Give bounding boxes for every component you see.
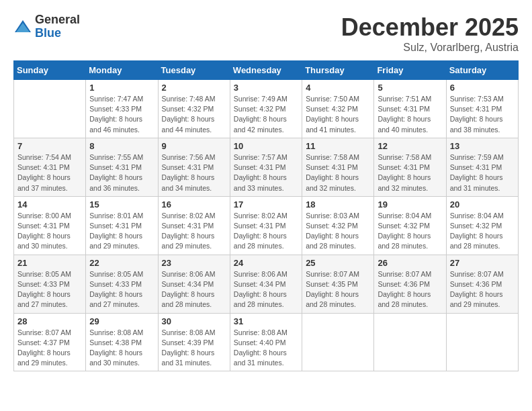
day-number: 31 bbox=[234, 316, 298, 326]
calendar-cell: 13Sunrise: 7:59 AM Sunset: 4:31 PM Dayli… bbox=[446, 138, 518, 196]
weekday-header-thursday: Thursday bbox=[302, 61, 374, 80]
day-info: Sunrise: 7:58 AM Sunset: 4:31 PM Dayligh… bbox=[306, 152, 370, 193]
day-number: 10 bbox=[234, 141, 298, 151]
day-number: 8 bbox=[89, 141, 154, 151]
day-number: 22 bbox=[89, 258, 154, 268]
calendar-week-5: 28Sunrise: 8:07 AM Sunset: 4:37 PM Dayli… bbox=[14, 313, 519, 371]
calendar-cell: 8Sunrise: 7:55 AM Sunset: 4:31 PM Daylig… bbox=[86, 138, 158, 196]
day-number: 9 bbox=[162, 141, 226, 151]
day-number: 17 bbox=[234, 199, 298, 210]
day-number: 5 bbox=[378, 83, 442, 93]
day-info: Sunrise: 8:05 AM Sunset: 4:33 PM Dayligh… bbox=[89, 269, 154, 310]
day-info: Sunrise: 8:01 AM Sunset: 4:31 PM Dayligh… bbox=[89, 211, 154, 252]
day-info: Sunrise: 8:04 AM Sunset: 4:32 PM Dayligh… bbox=[378, 211, 442, 252]
day-info: Sunrise: 7:50 AM Sunset: 4:32 PM Dayligh… bbox=[306, 94, 370, 135]
calendar-cell: 11Sunrise: 7:58 AM Sunset: 4:31 PM Dayli… bbox=[302, 138, 374, 196]
day-info: Sunrise: 7:56 AM Sunset: 4:31 PM Dayligh… bbox=[162, 152, 226, 193]
calendar-week-2: 7Sunrise: 7:54 AM Sunset: 4:31 PM Daylig… bbox=[14, 138, 519, 196]
calendar-cell: 14Sunrise: 8:00 AM Sunset: 4:31 PM Dayli… bbox=[14, 196, 86, 255]
day-number: 30 bbox=[162, 316, 226, 326]
day-info: Sunrise: 8:07 AM Sunset: 4:36 PM Dayligh… bbox=[450, 269, 515, 310]
calendar-week-1: 1Sunrise: 7:47 AM Sunset: 4:33 PM Daylig… bbox=[14, 80, 519, 138]
day-number: 14 bbox=[17, 199, 82, 210]
day-number: 11 bbox=[306, 141, 370, 151]
calendar-cell: 16Sunrise: 8:02 AM Sunset: 4:31 PM Dayli… bbox=[158, 196, 230, 255]
title-block: December 2025 Sulz, Vorarlberg, Austria bbox=[341, 13, 519, 54]
weekday-row: SundayMondayTuesdayWednesdayThursdayFrid… bbox=[14, 61, 519, 80]
day-number: 25 bbox=[306, 258, 370, 268]
day-number: 6 bbox=[450, 83, 515, 93]
calendar-week-3: 14Sunrise: 8:00 AM Sunset: 4:31 PM Dayli… bbox=[14, 196, 519, 255]
day-info: Sunrise: 7:53 AM Sunset: 4:31 PM Dayligh… bbox=[450, 94, 515, 135]
calendar-cell: 19Sunrise: 8:04 AM Sunset: 4:32 PM Dayli… bbox=[374, 196, 446, 255]
day-info: Sunrise: 7:47 AM Sunset: 4:33 PM Dayligh… bbox=[89, 94, 154, 135]
logo-icon bbox=[13, 17, 32, 36]
calendar-cell: 10Sunrise: 7:57 AM Sunset: 4:31 PM Dayli… bbox=[230, 138, 302, 196]
calendar-table: SundayMondayTuesdayWednesdayThursdayFrid… bbox=[13, 60, 519, 371]
day-number: 15 bbox=[89, 199, 154, 210]
calendar-cell bbox=[446, 313, 518, 371]
day-info: Sunrise: 8:08 AM Sunset: 4:38 PM Dayligh… bbox=[89, 328, 154, 369]
calendar-cell bbox=[374, 313, 446, 371]
logo-blue-text: Blue bbox=[35, 27, 80, 40]
calendar-cell: 7Sunrise: 7:54 AM Sunset: 4:31 PM Daylig… bbox=[14, 138, 86, 196]
calendar-cell: 28Sunrise: 8:07 AM Sunset: 4:37 PM Dayli… bbox=[14, 313, 86, 371]
day-info: Sunrise: 7:59 AM Sunset: 4:31 PM Dayligh… bbox=[450, 152, 515, 193]
day-info: Sunrise: 8:07 AM Sunset: 4:35 PM Dayligh… bbox=[306, 269, 370, 310]
calendar-cell: 25Sunrise: 8:07 AM Sunset: 4:35 PM Dayli… bbox=[302, 255, 374, 313]
calendar-cell: 4Sunrise: 7:50 AM Sunset: 4:32 PM Daylig… bbox=[302, 80, 374, 138]
day-info: Sunrise: 8:03 AM Sunset: 4:32 PM Dayligh… bbox=[306, 211, 370, 252]
day-number: 2 bbox=[162, 83, 226, 93]
logo-general-text: General bbox=[35, 13, 80, 27]
day-info: Sunrise: 8:06 AM Sunset: 4:34 PM Dayligh… bbox=[234, 269, 298, 310]
weekday-header-wednesday: Wednesday bbox=[230, 61, 302, 80]
calendar-cell: 29Sunrise: 8:08 AM Sunset: 4:38 PM Dayli… bbox=[86, 313, 158, 371]
calendar-cell: 26Sunrise: 8:07 AM Sunset: 4:36 PM Dayli… bbox=[374, 255, 446, 313]
day-number: 7 bbox=[17, 141, 82, 151]
day-number: 18 bbox=[306, 199, 370, 210]
location: Sulz, Vorarlberg, Austria bbox=[341, 42, 519, 54]
day-info: Sunrise: 7:51 AM Sunset: 4:31 PM Dayligh… bbox=[378, 94, 442, 135]
calendar-cell: 17Sunrise: 8:02 AM Sunset: 4:31 PM Dayli… bbox=[230, 196, 302, 255]
day-info: Sunrise: 8:06 AM Sunset: 4:34 PM Dayligh… bbox=[162, 269, 226, 310]
calendar-cell: 20Sunrise: 8:04 AM Sunset: 4:32 PM Dayli… bbox=[446, 196, 518, 255]
day-number: 26 bbox=[378, 258, 442, 268]
calendar-cell: 2Sunrise: 7:48 AM Sunset: 4:32 PM Daylig… bbox=[158, 80, 230, 138]
day-info: Sunrise: 8:05 AM Sunset: 4:33 PM Dayligh… bbox=[17, 269, 82, 310]
calendar-cell: 6Sunrise: 7:53 AM Sunset: 4:31 PM Daylig… bbox=[446, 80, 518, 138]
calendar-cell: 21Sunrise: 8:05 AM Sunset: 4:33 PM Dayli… bbox=[14, 255, 86, 313]
day-number: 28 bbox=[17, 316, 82, 326]
calendar-cell bbox=[302, 313, 374, 371]
calendar-header: SundayMondayTuesdayWednesdayThursdayFrid… bbox=[14, 61, 519, 80]
day-number: 24 bbox=[234, 258, 298, 268]
calendar-cell: 1Sunrise: 7:47 AM Sunset: 4:33 PM Daylig… bbox=[86, 80, 158, 138]
day-info: Sunrise: 7:49 AM Sunset: 4:32 PM Dayligh… bbox=[234, 94, 298, 135]
day-info: Sunrise: 7:48 AM Sunset: 4:32 PM Dayligh… bbox=[162, 94, 226, 135]
day-info: Sunrise: 8:08 AM Sunset: 4:40 PM Dayligh… bbox=[234, 328, 298, 369]
calendar-cell: 24Sunrise: 8:06 AM Sunset: 4:34 PM Dayli… bbox=[230, 255, 302, 313]
calendar-cell: 18Sunrise: 8:03 AM Sunset: 4:32 PM Dayli… bbox=[302, 196, 374, 255]
calendar-cell: 15Sunrise: 8:01 AM Sunset: 4:31 PM Dayli… bbox=[86, 196, 158, 255]
calendar-cell: 5Sunrise: 7:51 AM Sunset: 4:31 PM Daylig… bbox=[374, 80, 446, 138]
day-number: 23 bbox=[162, 258, 226, 268]
calendar-cell: 3Sunrise: 7:49 AM Sunset: 4:32 PM Daylig… bbox=[230, 80, 302, 138]
calendar-cell: 31Sunrise: 8:08 AM Sunset: 4:40 PM Dayli… bbox=[230, 313, 302, 371]
calendar-cell: 9Sunrise: 7:56 AM Sunset: 4:31 PM Daylig… bbox=[158, 138, 230, 196]
day-number: 20 bbox=[450, 199, 515, 210]
day-info: Sunrise: 8:02 AM Sunset: 4:31 PM Dayligh… bbox=[162, 211, 226, 252]
logo-text: General Blue bbox=[35, 13, 80, 40]
day-info: Sunrise: 8:07 AM Sunset: 4:37 PM Dayligh… bbox=[17, 328, 82, 369]
weekday-header-tuesday: Tuesday bbox=[158, 61, 230, 80]
day-number: 4 bbox=[306, 83, 370, 93]
calendar-cell: 22Sunrise: 8:05 AM Sunset: 4:33 PM Dayli… bbox=[86, 255, 158, 313]
day-info: Sunrise: 7:54 AM Sunset: 4:31 PM Dayligh… bbox=[17, 152, 82, 193]
calendar-cell bbox=[14, 80, 86, 138]
day-number: 16 bbox=[162, 199, 226, 210]
day-info: Sunrise: 8:07 AM Sunset: 4:36 PM Dayligh… bbox=[378, 269, 442, 310]
day-number: 13 bbox=[450, 141, 515, 151]
calendar-cell: 12Sunrise: 7:58 AM Sunset: 4:31 PM Dayli… bbox=[374, 138, 446, 196]
weekday-header-sunday: Sunday bbox=[14, 61, 86, 80]
day-info: Sunrise: 8:02 AM Sunset: 4:31 PM Dayligh… bbox=[234, 211, 298, 252]
weekday-header-monday: Monday bbox=[86, 61, 158, 80]
page-header: General Blue December 2025 Sulz, Vorarlb… bbox=[13, 13, 519, 54]
